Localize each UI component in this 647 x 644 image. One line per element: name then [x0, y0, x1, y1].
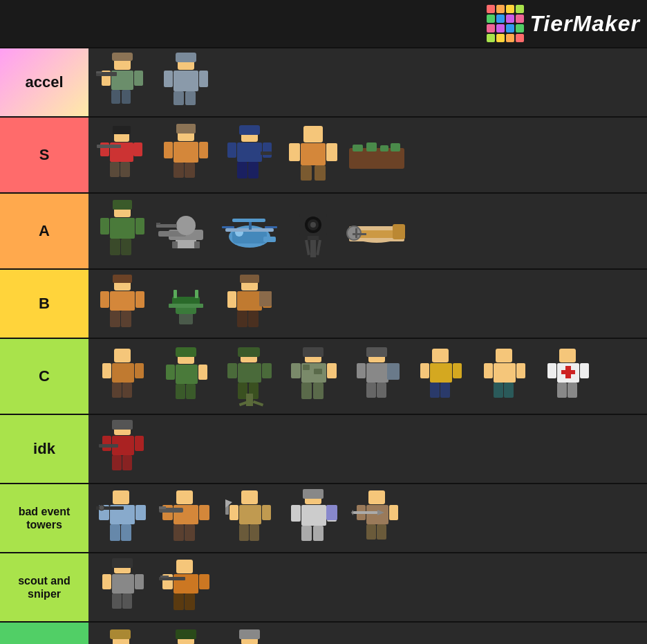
list-item — [536, 345, 599, 407]
svg-rect-37 — [263, 142, 272, 158]
svg-rect-190 — [185, 524, 195, 541]
svg-rect-52 — [110, 218, 135, 239]
svg-rect-197 — [239, 524, 249, 541]
svg-rect-64 — [156, 223, 160, 225]
svg-rect-14 — [164, 71, 173, 87]
list-item — [91, 629, 153, 644]
svg-rect-151 — [432, 349, 449, 362]
tier-row-c: C — [0, 339, 647, 415]
svg-rect-32 — [239, 125, 260, 135]
svg-rect-178 — [99, 444, 118, 448]
svg-point-77 — [310, 222, 316, 228]
list-item — [218, 345, 281, 407]
svg-rect-94 — [121, 311, 131, 327]
char-svg — [95, 487, 150, 549]
tier-label-stop: STOP DONT GET THEM — [0, 623, 88, 644]
tier-label-b: B — [0, 270, 88, 338]
svg-rect-148 — [357, 363, 366, 378]
char-svg — [158, 556, 214, 618]
svg-rect-158 — [494, 363, 516, 383]
svg-rect-23 — [97, 145, 121, 148]
tier-row-a: A — [0, 194, 647, 270]
svg-rect-174 — [112, 455, 122, 470]
tier-row-scout: scout and sniper — [0, 553, 647, 623]
svg-rect-91 — [113, 275, 132, 283]
svg-rect-1 — [112, 53, 133, 61]
svg-rect-162 — [516, 363, 525, 378]
svg-rect-122 — [166, 365, 175, 380]
svg-rect-27 — [174, 163, 184, 178]
svg-rect-112 — [112, 363, 134, 383]
tier-label-accel: accel — [0, 48, 88, 116]
svg-rect-92 — [110, 291, 135, 311]
tier-label-c: C — [0, 339, 88, 414]
char-svg — [222, 122, 277, 188]
svg-rect-101 — [195, 290, 198, 298]
list-item — [91, 487, 153, 549]
svg-rect-182 — [121, 524, 131, 541]
svg-rect-33 — [237, 142, 262, 162]
svg-rect-120 — [176, 384, 185, 399]
svg-rect-156 — [453, 363, 462, 378]
svg-rect-157 — [496, 349, 512, 362]
svg-rect-246 — [176, 629, 196, 639]
list-item — [155, 556, 217, 618]
svg-rect-39 — [303, 126, 323, 142]
svg-rect-67 — [263, 237, 276, 242]
svg-rect-125 — [238, 347, 260, 357]
tier-content-accel — [88, 48, 647, 116]
svg-rect-60 — [172, 241, 178, 248]
svg-rect-213 — [366, 524, 376, 540]
tiermaker-logo: TierMaker — [487, 5, 640, 42]
svg-rect-56 — [135, 218, 144, 234]
svg-rect-34 — [237, 162, 247, 178]
list-item — [282, 345, 344, 407]
char-svg — [158, 51, 214, 113]
char-svg — [222, 345, 277, 407]
list-item — [91, 51, 153, 113]
svg-rect-11 — [174, 71, 198, 91]
list-item — [91, 345, 153, 407]
svg-rect-175 — [122, 455, 132, 470]
svg-rect-95 — [100, 291, 109, 308]
svg-rect-179 — [113, 490, 129, 504]
svg-rect-25 — [176, 124, 196, 134]
svg-rect-51 — [113, 200, 132, 210]
svg-rect-3 — [111, 90, 120, 104]
list-item — [155, 200, 217, 262]
svg-rect-184 — [135, 505, 146, 520]
tier-list: TierMaker accel — [0, 0, 647, 644]
list-item — [346, 200, 408, 262]
svg-rect-71 — [265, 226, 277, 228]
svg-rect-105 — [237, 291, 262, 311]
svg-rect-121 — [186, 384, 196, 399]
tier-content-a — [88, 194, 647, 268]
svg-rect-81 — [310, 240, 316, 257]
svg-rect-53 — [110, 239, 120, 255]
svg-rect-152 — [430, 363, 452, 383]
svg-rect-189 — [174, 524, 184, 541]
svg-rect-40 — [301, 143, 326, 165]
logo-grid — [487, 5, 524, 42]
svg-rect-8 — [96, 71, 102, 73]
list-item — [346, 345, 408, 407]
list-item — [218, 200, 281, 262]
svg-rect-12 — [174, 91, 184, 105]
char-svg — [95, 122, 150, 188]
svg-rect-170 — [580, 363, 589, 378]
tier-content-s — [88, 118, 647, 192]
svg-rect-13 — [185, 91, 196, 105]
list-item — [346, 487, 408, 549]
char-svg — [97, 556, 149, 618]
svg-rect-118 — [176, 347, 196, 357]
tier-row-s: S — [0, 118, 647, 194]
svg-rect-204 — [303, 489, 324, 499]
svg-rect-54 — [121, 239, 131, 255]
svg-rect-211 — [368, 490, 385, 504]
svg-rect-216 — [389, 505, 398, 520]
list-item — [155, 124, 217, 186]
svg-rect-144 — [366, 347, 387, 357]
svg-rect-196 — [239, 505, 261, 524]
svg-rect-225 — [102, 574, 111, 589]
svg-rect-35 — [248, 162, 259, 178]
